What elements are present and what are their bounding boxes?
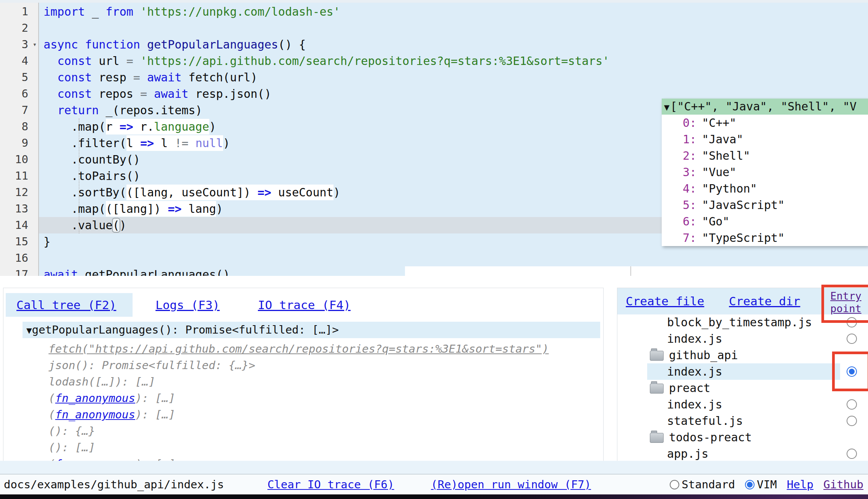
call-tree-row[interactable]: (): {…} [3,423,604,439]
array-preview: ["C++", "Java", "Shell", "V [670,100,857,113]
standard-radio[interactable] [670,480,679,489]
code-line[interactable]: } [44,233,609,250]
call-tree-row[interactable]: (fn_anonymous): […] [3,456,604,461]
code-line[interactable]: .filter(l => l != null) [44,135,609,151]
strip-divider [630,266,631,276]
window-bottom-edge [0,494,868,499]
value-string: "Shell" [702,149,750,162]
file-row[interactable]: index.js [617,396,868,413]
standard-label: Standard [682,478,735,491]
folder-icon [650,351,664,361]
code-line[interactable]: const repos = await resp.json() [44,86,609,102]
call-tree-row[interactable]: (): […] [3,439,604,456]
anonymous-fn-link[interactable]: fn_anonymous [55,408,135,421]
value-inspector-body: 0:"C++"1:"Java"2:"Shell"3:"Vue"4:"Python… [662,115,868,246]
code-line[interactable]: .map(([lang]) => lang) [44,201,609,217]
file-row[interactable]: app.js [617,446,868,462]
value-string: "TypeScript" [702,231,785,245]
vim-radio[interactable] [745,480,755,489]
call-tree-row[interactable]: lodash([…]): […] [3,374,604,390]
code-line[interactable]: .sortBy(([lang, useCount]) => useCount) [44,184,609,201]
value-string: "Go" [702,215,729,228]
code-line[interactable]: const resp = await fetch(url) [44,69,609,86]
value-string: "JavaScript" [702,198,785,212]
folder-name: todos-preact [669,429,752,446]
entry-point-radio[interactable] [847,449,857,459]
value-row: 6:"Go" [662,213,868,230]
code-line[interactable]: import _ from 'https://unpkg.com/lodash-… [44,3,609,20]
code-line[interactable]: .toPairs() [44,168,609,184]
line-number: 16 [0,250,38,266]
code-line[interactable]: .value() [44,217,609,233]
code-line[interactable]: return _(repos.items) [44,102,609,118]
line-number: 10 [0,151,38,168]
line-number: 17 [0,266,38,276]
clear-io-trace-link[interactable]: Clear IO trace (F6) [267,475,394,494]
expand-triangle-icon[interactable]: ▼ [26,325,32,336]
call-tree-root-row[interactable]: ▼getPopularLanguages(): Promise<fulfille… [3,322,603,338]
code-line[interactable]: async function getPopularLanguages() { [44,36,609,53]
current-file-path: docs/examples/github_api/index.js [4,475,224,494]
file-row[interactable]: index.js [617,363,868,380]
value-index: 0: [683,115,696,131]
call-tree-row[interactable]: json(): Promise<fulfilled: {…}> [3,357,604,374]
code-line[interactable] [44,20,609,36]
anonymous-fn-link[interactable]: fn_anonymous [55,392,135,405]
status-bar: docs/examples/github_api/index.js Clear … [0,474,868,495]
line-number: 12 [0,184,38,201]
value-row: 0:"C++" [662,115,868,131]
value-inspector-header[interactable]: ▼["C++", "Java", "Shell", "V [662,99,868,115]
folder-row[interactable]: preact [617,380,868,396]
code-line[interactable]: .countBy() [44,151,609,168]
line-number: 5 [0,69,38,86]
fold-marker-icon[interactable]: ▾ [33,36,37,53]
code-line[interactable]: .map(r => r.language) [44,118,609,135]
reopen-run-window-link[interactable]: (Re)open run window (F7) [431,475,591,494]
entry-point-radio[interactable] [847,416,857,426]
mode-standard[interactable]: Standard [670,478,735,491]
value-string: "Java" [702,133,743,146]
annotation-box-selected-radio [832,352,868,391]
code-line[interactable]: const url = 'https://api.github.com/sear… [44,53,609,69]
value-string: "C++" [702,116,736,130]
call-tree-root-label: getPopularLanguages(): Promise<fulfilled… [32,323,338,336]
file-name: index.js [667,363,722,380]
entry-point-radio[interactable] [847,334,857,344]
value-index: 3: [683,164,696,180]
call-tree-row[interactable]: (fn_anonymous): […] [3,390,604,407]
line-number: 13 [0,201,38,217]
help-link[interactable]: Help [787,475,813,494]
create-file-link[interactable]: Create file [626,288,704,314]
folder-icon [650,384,664,394]
folder-row[interactable]: todos-preact [617,429,868,446]
mode-vim[interactable]: VIM [745,478,777,491]
line-number: 1 [0,3,38,20]
collapse-triangle-icon[interactable]: ▼ [664,102,669,113]
value-string: "Vue" [702,165,736,179]
call-tree-row[interactable]: fetch("https://api.github.com/search/rep… [3,341,604,357]
vim-label: VIM [757,478,777,491]
value-inspector: ▼["C++", "Java", "Shell", "V 0:"C++"1:"J… [662,99,868,246]
code-lines[interactable]: import _ from 'https://unpkg.com/lodash-… [44,3,609,276]
value-index: 4: [683,180,696,197]
value-index: 7: [683,230,696,246]
tab-io-trace[interactable]: IO trace (F4) [258,293,351,317]
file-row[interactable]: index.js [617,331,868,347]
value-index: 2: [683,147,696,164]
line-number: 2 [0,20,38,36]
value-row: 2:"Shell" [662,147,868,164]
github-link[interactable]: Github [823,475,863,494]
code-line[interactable] [44,250,609,266]
tab-logs[interactable]: Logs (F3) [155,293,220,317]
file-name: index.js [667,396,722,413]
panel-gap [0,461,868,474]
annotation-box-entry-point [821,285,868,323]
folder-row[interactable]: github_api [617,347,868,363]
value-string: "Python" [702,182,757,195]
call-tree-row[interactable]: (fn_anonymous): […] [3,407,604,423]
entry-point-radio[interactable] [847,399,857,410]
file-row[interactable]: stateful.js [617,413,868,429]
tab-call-tree[interactable]: Call tree (F2) [16,293,116,317]
create-dir-link[interactable]: Create dir [729,288,800,314]
folder-name: github_api [669,347,738,363]
